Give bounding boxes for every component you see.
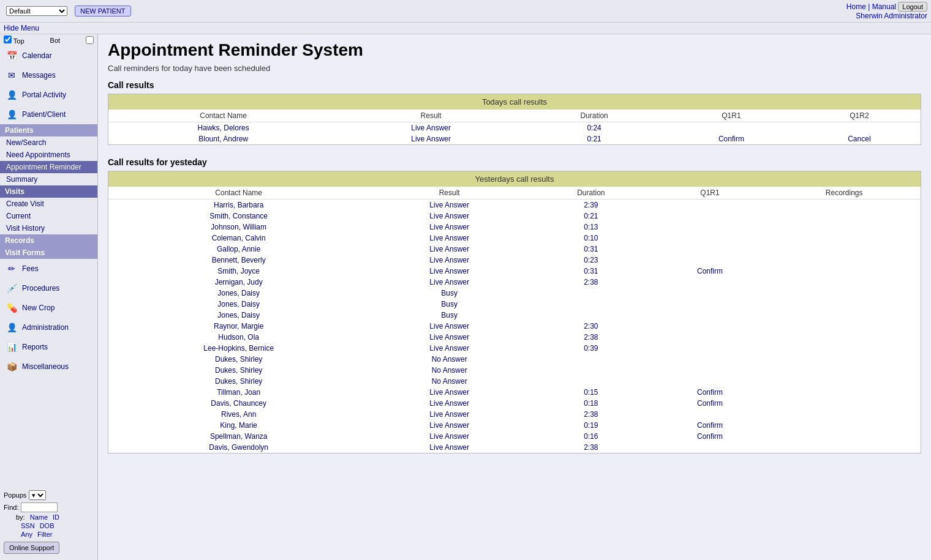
online-support-button[interactable]: Online Support xyxy=(4,542,59,554)
table-row: Dukes, Shirley No Answer xyxy=(108,376,921,387)
table-row: Tillman, Joan Live Answer 0:15 Confirm xyxy=(108,387,921,398)
table-row: Harris, Barbara Live Answer 2:39 xyxy=(108,200,921,211)
by-ssn-link[interactable]: SSN xyxy=(21,522,35,529)
sidebar-item-portal-activity[interactable]: 👤 Portal Activity xyxy=(0,85,97,105)
col-result-yesterday: Result xyxy=(369,187,530,200)
messages-icon: ✉ xyxy=(5,69,18,82)
sidebar-bottom: Popups ▾ Find: by: Name ID SSN DOB Any F… xyxy=(0,487,97,558)
table-row: Spellman, Wanza Live Answer 0:16 Confirm xyxy=(108,431,921,442)
table-row: Smith, Joyce Live Answer 0:31 Confirm xyxy=(108,266,921,277)
calendar-icon: 📅 xyxy=(5,49,18,62)
portal-icon: 👤 xyxy=(5,88,18,102)
patient-client-label: Patient/Client xyxy=(22,110,66,119)
sidebar-item-appointment-reminder[interactable]: Appointment Reminder xyxy=(0,161,97,173)
procedures-label: Procedures xyxy=(22,284,59,293)
table-row: Dukes, Shirley No Answer xyxy=(108,365,921,376)
new-crop-icon: 💊 xyxy=(5,301,18,315)
table-row: Lee-Hopkins, Bernice Live Answer 0:39 xyxy=(108,343,921,354)
todays-results-table: Todays call results Contact Name Result … xyxy=(108,94,921,145)
bot-checkbox[interactable] xyxy=(86,36,94,44)
topbar-left: Default NEW PATIENT xyxy=(4,4,131,18)
find-label: Find: xyxy=(4,504,18,511)
col-result-today: Result xyxy=(338,110,524,122)
sidebar-item-reports[interactable]: 📊 Reports xyxy=(0,337,97,357)
sidebar-item-patient-client[interactable]: 👤 Patient/Client xyxy=(0,105,97,124)
default-dropdown[interactable]: Default xyxy=(6,6,67,16)
table-row: Hawks, Delores Live Answer 0:24 xyxy=(108,122,921,134)
table-row: Johnson, William Live Answer 0:13 xyxy=(108,222,921,233)
visit-forms-header[interactable]: Visit Forms xyxy=(0,247,97,259)
popups-dropdown[interactable]: ▾ xyxy=(29,490,46,500)
col-contact-name-today: Contact Name xyxy=(108,110,338,122)
hide-menu-bar[interactable]: Hide Menu xyxy=(0,23,931,34)
table-row: Coleman, Calvin Live Answer 0:10 xyxy=(108,233,921,244)
yesterdays-header: Yesterdays call results xyxy=(108,171,921,187)
sidebar-item-new-crop[interactable]: 💊 New Crop xyxy=(0,298,97,318)
user-label: Sherwin Administrator xyxy=(856,12,927,20)
table-row: Blount, Andrew Live Answer 0:21 Confirm … xyxy=(108,133,921,144)
sidebar-item-messages[interactable]: ✉ Messages xyxy=(0,65,97,85)
todays-table: Contact Name Result Duration Q1R1 Q1R2 H… xyxy=(108,110,921,144)
table-row: Smith, Constance Live Answer 0:21 xyxy=(108,211,921,222)
table-row: Bennett, Beverly Live Answer 0:23 xyxy=(108,255,921,266)
sidebar-item-current[interactable]: Current xyxy=(0,210,97,222)
fees-label: Fees xyxy=(22,264,39,273)
yesterdays-results-table: Yesterdays call results Contact Name Res… xyxy=(108,171,921,454)
table-row: Jones, Daisy Busy xyxy=(108,288,921,299)
col-q1r1-yesterday: Q1R1 xyxy=(652,187,768,200)
portal-activity-label: Portal Activity xyxy=(22,91,66,99)
visits-header[interactable]: Visits xyxy=(0,185,97,198)
sidebar-item-procedures[interactable]: 💉 Procedures xyxy=(0,278,97,298)
sidebar-item-need-appointments[interactable]: Need Appointments xyxy=(0,149,97,161)
records-header[interactable]: Records xyxy=(0,234,97,247)
top-checkbox[interactable] xyxy=(4,35,12,43)
by-id-link[interactable]: ID xyxy=(53,513,59,521)
top-bot-row: Top Bot xyxy=(0,34,97,46)
page-title: Appointment Reminder System xyxy=(108,40,921,60)
call-results-label: Call results xyxy=(108,80,921,90)
by-filter-link[interactable]: Filter xyxy=(37,531,52,538)
patients-header[interactable]: Patients xyxy=(0,124,97,136)
table-row: Davis, Chauncey Live Answer 0:18 Confirm xyxy=(108,398,921,409)
table-row: Jones, Daisy Busy xyxy=(108,299,921,310)
administration-label: Administration xyxy=(22,323,69,332)
sidebar-item-visit-history[interactable]: Visit History xyxy=(0,222,97,234)
sidebar-item-miscellaneous[interactable]: 📦 Miscellaneous xyxy=(0,357,97,376)
by-dob-link[interactable]: DOB xyxy=(40,522,55,529)
table-row: Davis, Gwendolyn Live Answer 2:38 xyxy=(108,442,921,453)
col-duration-yesterday: Duration xyxy=(530,187,652,200)
sidebar-item-new-search[interactable]: New/Search xyxy=(0,136,97,149)
logout-button[interactable]: Logout xyxy=(898,2,927,12)
sidebar-item-fees[interactable]: ✏ Fees xyxy=(0,259,97,278)
col-contact-name-yesterday: Contact Name xyxy=(108,187,369,200)
administration-icon: 👤 xyxy=(5,321,18,334)
calendar-label: Calendar xyxy=(22,51,52,60)
sidebar: Top Bot 📅 Calendar ✉ Messages 👤 Portal A… xyxy=(0,34,98,560)
sidebar-item-summary[interactable]: Summary xyxy=(0,173,97,185)
sidebar-item-calendar[interactable]: 📅 Calendar xyxy=(0,46,97,65)
patient-icon: 👤 xyxy=(5,108,18,121)
table-row: Jones, Daisy Busy xyxy=(108,310,921,321)
new-patient-button[interactable]: NEW PATIENT xyxy=(75,6,131,17)
procedures-icon: 💉 xyxy=(5,282,18,295)
sidebar-item-create-visit[interactable]: Create Visit xyxy=(0,198,97,210)
by-name-link[interactable]: Name xyxy=(30,513,48,521)
new-crop-label: New Crop xyxy=(22,304,55,312)
manual-link[interactable]: Manual xyxy=(872,2,896,11)
find-input[interactable] xyxy=(21,502,58,512)
col-duration-today: Duration xyxy=(524,110,665,122)
fees-icon: ✏ xyxy=(5,262,18,275)
col-q1r2-today: Q1R2 xyxy=(798,110,921,122)
table-row: Jernigan, Judy Live Answer 2:38 xyxy=(108,277,921,288)
bot-label: Bot xyxy=(50,37,61,44)
todays-header: Todays call results xyxy=(108,94,921,110)
col-q1r1-today: Q1R1 xyxy=(665,110,798,122)
table-row: Hudson, Ola Live Answer 2:38 xyxy=(108,332,921,343)
sidebar-item-administration[interactable]: 👤 Administration xyxy=(0,318,97,337)
table-row: Raynor, Margie Live Answer 2:30 xyxy=(108,321,921,332)
topbar-right: Home | Manual Logout Sherwin Administrat… xyxy=(846,2,927,20)
yesterdays-table: Contact Name Result Duration Q1R1 Record… xyxy=(108,187,921,453)
reports-icon: 📊 xyxy=(5,340,18,354)
by-any-link[interactable]: Any xyxy=(21,531,32,538)
home-link[interactable]: Home xyxy=(846,2,866,11)
